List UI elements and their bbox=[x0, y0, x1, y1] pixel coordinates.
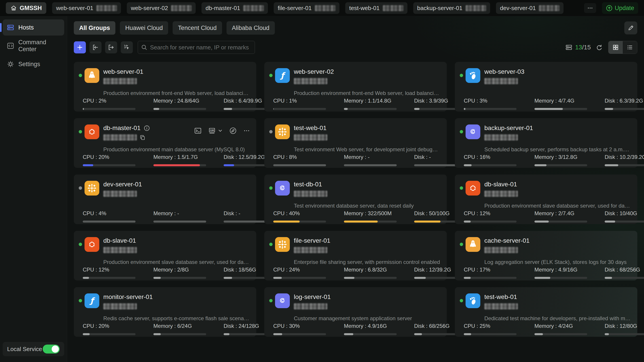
host-card[interactable]: test-web-01 Dedicated test machine for d… bbox=[455, 287, 637, 337]
stat-label: CPU : 4% bbox=[83, 210, 154, 217]
host-card[interactable]: test-web-01 Test environment Web server,… bbox=[264, 118, 447, 168]
host-card[interactable]: backup-server-01 Scheduled backup server… bbox=[455, 118, 637, 168]
more-tabs-button[interactable] bbox=[584, 3, 596, 13]
server-tab[interactable]: test-web-01 bbox=[345, 2, 408, 14]
stat: Memory : 4/24G bbox=[534, 323, 605, 335]
host-name: backup-server-01 bbox=[484, 124, 533, 132]
server-tab[interactable]: backup-server-01 bbox=[413, 2, 490, 14]
redacted-ip bbox=[243, 5, 264, 11]
stat: Disk : 10/40G bbox=[605, 210, 644, 223]
export-button[interactable] bbox=[105, 41, 117, 53]
stat: Disk : 12/80G bbox=[605, 323, 644, 335]
stat-label: Memory : 1.5/1.7G bbox=[154, 154, 224, 160]
host-grid: web-server-01 Production environment fro… bbox=[74, 62, 637, 337]
stat: Memory : 4.9/16G bbox=[344, 323, 414, 335]
stat-label: CPU : 25% bbox=[464, 323, 534, 329]
host-name: web-server-02 bbox=[294, 68, 334, 75]
stat-label: Memory : 6.8/32G bbox=[344, 267, 414, 273]
stat: CPU : 12% bbox=[464, 210, 534, 223]
stat-bar bbox=[83, 221, 136, 223]
host-card[interactable]: web-server-03 CPU : 3% Memory : 4/7.4G D… bbox=[455, 62, 637, 111]
card-stats: CPU : 30% Memory : 4.9/16G Disk : 68/256… bbox=[273, 323, 440, 335]
stat: Memory : 4.9/16G bbox=[534, 267, 605, 279]
import-button[interactable] bbox=[90, 41, 102, 53]
status-dot bbox=[79, 243, 82, 246]
server-count-icon bbox=[565, 44, 572, 51]
card-stats: CPU : 17% Memory : 4.9/16G Disk : 68/256… bbox=[464, 267, 631, 279]
add-host-button[interactable] bbox=[74, 41, 86, 53]
host-card[interactable]: ƒ monitor-server-01 Redis cache server, … bbox=[74, 287, 256, 337]
redacted-ip bbox=[294, 134, 327, 141]
server-tab[interactable]: dev-server-01 bbox=[496, 2, 564, 14]
group-tab-alibaba[interactable]: Alibaba Cloud bbox=[226, 21, 275, 35]
host-description: Customer management system application s… bbox=[294, 315, 440, 322]
stat-bar bbox=[464, 164, 516, 166]
host-card[interactable]: test-db-01 Test environment database ser… bbox=[264, 175, 447, 224]
stat: Memory : - bbox=[344, 154, 414, 166]
stat: CPU : 25% bbox=[464, 323, 534, 335]
host-card[interactable]: db-master-01 GM Production environment m… bbox=[74, 118, 256, 168]
card-stats: CPU : 25% Memory : 4/24G Disk : 12/80G bbox=[464, 323, 631, 335]
grid-view-button[interactable] bbox=[608, 41, 623, 54]
host-card[interactable]: file-server-01 Enterprise file sharing s… bbox=[264, 231, 447, 281]
chevron-down-icon[interactable] bbox=[218, 128, 223, 133]
copy-icon[interactable] bbox=[140, 134, 145, 140]
server-tab[interactable]: db-master-01 bbox=[202, 2, 268, 14]
tux-os-icon bbox=[466, 237, 480, 252]
sidebar-item-hosts[interactable]: Hosts bbox=[3, 19, 64, 35]
terminal-icon[interactable] bbox=[194, 127, 202, 134]
browser-compass-icon[interactable] bbox=[229, 127, 237, 135]
stat-label: CPU : 24% bbox=[273, 267, 344, 273]
server-tab[interactable]: web-server-02 bbox=[127, 2, 196, 14]
search-box bbox=[138, 41, 255, 54]
gm-terminal-group[interactable]: GM bbox=[208, 127, 223, 135]
redacted-ip bbox=[171, 5, 192, 11]
server-tab[interactable]: file-server-01 bbox=[274, 2, 340, 14]
local-service-label: Local Service bbox=[7, 346, 42, 353]
host-card[interactable]: db-slave-01 Production environment slave… bbox=[455, 175, 637, 224]
server-tab[interactable]: web-server-01 bbox=[52, 2, 121, 14]
stat-bar bbox=[273, 108, 326, 110]
redacted-ip bbox=[484, 303, 518, 310]
group-tab-huawei[interactable]: Huawei Cloud bbox=[120, 21, 168, 35]
search-input[interactable] bbox=[138, 41, 255, 54]
app-logo[interactable]: GMSSH bbox=[6, 2, 46, 14]
redacted-ip bbox=[294, 303, 327, 310]
more-actions-icon[interactable] bbox=[243, 127, 250, 134]
local-service-toggle[interactable] bbox=[43, 345, 60, 354]
card-stats: CPU : 12% Memory : 2/7.4G Disk : 10/40G bbox=[464, 210, 631, 223]
sidebar: Hosts Command Center Settings Local Serv… bbox=[0, 16, 67, 362]
debian-os-icon bbox=[466, 124, 480, 139]
info-icon[interactable] bbox=[144, 125, 150, 131]
stat-bar bbox=[464, 277, 516, 279]
list-view-button[interactable] bbox=[623, 41, 637, 54]
host-name: cache-server-01 bbox=[484, 237, 530, 244]
host-card[interactable]: cache-server-01 Log aggregation server (… bbox=[455, 231, 637, 281]
update-button[interactable]: Update bbox=[602, 2, 638, 14]
host-card[interactable]: dev-server-01 CPU : 4% Memory : - Disk :… bbox=[74, 175, 256, 224]
host-card[interactable]: db-slave-01 Production environment slave… bbox=[74, 231, 256, 281]
host-card[interactable]: web-server-01 Production environment fro… bbox=[74, 62, 256, 111]
group-tab-tencent[interactable]: Tencent Cloud bbox=[173, 21, 222, 35]
stat: Memory : 2/7.4G bbox=[534, 210, 605, 223]
edit-groups-button[interactable] bbox=[624, 21, 637, 34]
card-stats: CPU : 4% Memory : - Disk : - bbox=[83, 210, 250, 223]
ubuntu-os-icon bbox=[84, 124, 99, 139]
host-card[interactable]: ƒ web-server-02 Production environment f… bbox=[264, 62, 447, 111]
batch-select-button[interactable] bbox=[121, 41, 133, 53]
stat-bar bbox=[534, 333, 587, 335]
stat: CPU : 4% bbox=[83, 210, 154, 223]
sidebar-item-label: Command Center bbox=[18, 39, 60, 53]
host-card[interactable]: log-server-01 Customer management system… bbox=[264, 287, 447, 337]
active-indicator bbox=[0, 23, 2, 32]
sidebar-item-settings[interactable]: Settings bbox=[3, 56, 64, 72]
sidebar-item-command-center[interactable]: Command Center bbox=[3, 38, 64, 54]
host-name: test-db-01 bbox=[294, 181, 322, 188]
stat: CPU : 2% bbox=[83, 98, 154, 110]
view-switcher bbox=[608, 41, 637, 54]
stat: CPU : 24% bbox=[273, 267, 344, 279]
refresh-icon[interactable] bbox=[595, 44, 602, 51]
stat: Memory : 2/8G bbox=[154, 267, 224, 279]
group-tab-all[interactable]: All Groups bbox=[74, 21, 116, 35]
status-dot bbox=[269, 74, 272, 77]
